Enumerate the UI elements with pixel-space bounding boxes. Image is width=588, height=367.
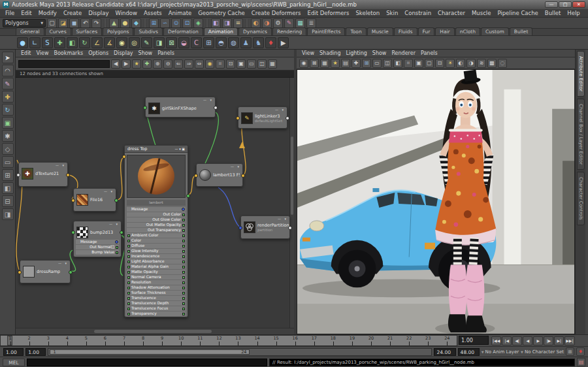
node-controls-icon[interactable]: — ▾ xyxy=(56,163,65,167)
select-camera-icon[interactable]: ◉ xyxy=(299,59,308,68)
cluster-icon[interactable]: C xyxy=(191,37,202,48)
message-port[interactable] xyxy=(115,240,118,244)
node-file16[interactable]: — ▾ File16 xyxy=(73,188,116,212)
timeline-tick-16[interactable]: 16 xyxy=(286,336,304,345)
graph-back-icon[interactable]: ◀ xyxy=(111,59,120,69)
input-port[interactable] xyxy=(127,276,130,279)
input-port[interactable] xyxy=(127,313,130,315)
timeline-tick-6[interactable]: 6 xyxy=(95,336,114,345)
go-to-start-button[interactable]: |◀◀ xyxy=(491,336,501,345)
input-port[interactable] xyxy=(16,173,20,177)
input-port[interactable] xyxy=(127,292,130,295)
menu-display[interactable]: Display xyxy=(85,10,112,16)
output-port[interactable] xyxy=(182,255,185,258)
output-port[interactable] xyxy=(182,250,185,253)
node-editor-horizontal-scrollbar[interactable] xyxy=(16,328,294,334)
node-controls-icon[interactable]: — ▾ xyxy=(231,165,240,168)
timeline-tick-9[interactable]: 9 xyxy=(153,336,172,345)
range-slider[interactable]: 1 24 xyxy=(48,348,432,356)
input-port[interactable] xyxy=(194,174,198,178)
layout-persp-graph-icon[interactable]: ⊟ xyxy=(2,195,14,207)
set-preferred-angle-icon[interactable]: ∠ xyxy=(91,37,103,48)
node-editor-menu-display[interactable]: Display xyxy=(111,50,136,56)
node-controls-icon[interactable]: — ▾ xyxy=(109,222,119,226)
output-port[interactable] xyxy=(182,281,185,284)
menu-muscle[interactable]: Muscle xyxy=(468,10,494,16)
sidebar-tab-channel-box-layer-editor[interactable]: Channel Box / Layer Editor xyxy=(577,99,585,170)
graph-downstream-icon[interactable]: ⇒ xyxy=(184,59,193,69)
attribute-row-translucence[interactable]: Translucence xyxy=(127,296,186,300)
node-editor-menu-view[interactable]: View xyxy=(34,50,52,56)
menu-file[interactable]: File xyxy=(2,10,18,16)
viewport-menu-show[interactable]: Show xyxy=(370,50,389,56)
input-port[interactable] xyxy=(127,250,130,253)
output-port[interactable] xyxy=(120,231,123,234)
create-node-icon[interactable]: ✚ xyxy=(142,59,152,69)
attribute-row-shadow-attenuation[interactable]: Shadow Attenuation xyxy=(127,285,186,290)
file-save-icon[interactable]: ◼ xyxy=(69,18,79,28)
node-controls-icon[interactable]: — ▾ xyxy=(58,261,68,265)
range-slider-bar[interactable]: 1 24 xyxy=(50,349,250,355)
menu-modify[interactable]: Modify xyxy=(35,10,60,16)
output-port[interactable] xyxy=(182,266,185,268)
insert-joint-icon[interactable]: ✚ xyxy=(54,37,65,48)
frame-selection-icon[interactable]: ▣ xyxy=(237,59,246,69)
mirror-joint-icon[interactable]: ◧ xyxy=(67,37,78,48)
go-to-end-button[interactable]: ▶▶| xyxy=(564,336,574,345)
playback-end-field[interactable]: 24.00 xyxy=(434,348,455,356)
camera-attributes-icon[interactable]: ▦ xyxy=(320,59,329,68)
display-full-icon[interactable]: ▦ xyxy=(268,59,277,69)
command-language-toggle[interactable]: MEL xyxy=(3,359,25,366)
timeline-tick-14[interactable]: 14 xyxy=(248,336,267,345)
node-lambert13-fsg[interactable]: — ▾ lambert13 FSG xyxy=(196,163,243,187)
render-settings-icon[interactable]: ⚙ xyxy=(273,18,283,28)
node-controls-icon[interactable]: — ▾ xyxy=(203,98,213,102)
paint-select-tool-icon[interactable]: ✎ xyxy=(2,78,14,89)
material-swatch[interactable] xyxy=(127,155,186,198)
bookmark-icon[interactable]: ★ xyxy=(132,59,141,69)
sidebar-tab-character-controls[interactable]: Character Controls xyxy=(577,172,585,225)
timeline-tick-24[interactable]: 24 xyxy=(438,336,457,345)
attribute-row-matte-opacity[interactable]: Matte Opacity xyxy=(127,270,186,274)
ambient-occlusion-icon[interactable]: ◑ xyxy=(466,59,476,68)
2d-pan-zoom-icon[interactable]: ✚ xyxy=(351,59,361,68)
layout-four-pane-icon[interactable]: ⊞ xyxy=(2,169,14,181)
output-port[interactable] xyxy=(182,219,185,221)
viewport-menu-panels[interactable]: Panels xyxy=(418,50,440,56)
attribute-row-message[interactable]: Message xyxy=(76,240,119,244)
shelf-tab-custom[interactable]: Custom xyxy=(481,27,509,35)
hik-control-rig-icon[interactable]: ♞ xyxy=(253,37,264,48)
minimize-button[interactable]: — xyxy=(545,1,558,8)
universal-manipulator-icon[interactable]: ✱ xyxy=(2,130,14,142)
graph-upstream-icon[interactable]: ⇐ xyxy=(174,59,183,69)
set-key-icon[interactable]: ♦ xyxy=(265,37,276,48)
play-forwards-button[interactable]: ▶ xyxy=(533,336,543,345)
shelf-tab-toon[interactable]: Toon xyxy=(346,27,366,35)
image-plane-icon[interactable]: ▤ xyxy=(341,59,350,68)
frame-all-icon[interactable]: ⊡ xyxy=(435,59,444,68)
input-port[interactable] xyxy=(18,270,22,274)
bind-skin-icon[interactable]: ◉ xyxy=(116,37,127,48)
menu-assets[interactable]: Assets xyxy=(140,10,165,16)
mirror-skin-weights-icon[interactable]: ◨ xyxy=(154,37,165,48)
shelf-tab-surfaces[interactable]: Surfaces xyxy=(72,27,102,35)
output-port[interactable] xyxy=(186,194,190,198)
input-connections-icon[interactable]: ◧ xyxy=(211,18,221,28)
last-tool-icon[interactable]: ◇ xyxy=(2,143,14,155)
timeline-tick-10[interactable]: 10 xyxy=(172,336,191,345)
add-to-graph-icon[interactable]: ⊕ xyxy=(153,59,162,69)
timeline-tick-20[interactable]: 20 xyxy=(361,336,380,345)
node-editor-vertical-scrollbar[interactable] xyxy=(289,78,294,328)
output-port[interactable] xyxy=(182,313,185,315)
node-bump2d13[interactable]: — ▾ bump2d13 MessageOut Normal[]Bump Val… xyxy=(73,221,122,257)
rotate-tool-icon[interactable]: ↻ xyxy=(2,104,14,116)
menu-create[interactable]: Create xyxy=(60,10,85,16)
input-port[interactable] xyxy=(122,155,126,159)
attribute-row-normal-camera[interactable]: Normal Camera xyxy=(127,275,186,279)
attribute-row-out-glow-color[interactable]: Out Glow Color xyxy=(127,217,186,222)
layout-single-pane-icon[interactable]: ▭ xyxy=(2,156,14,168)
attribute-row-material-alpha-gain[interactable]: Material Alpha Gain xyxy=(127,264,186,269)
shelf-tab-muscle[interactable]: Muscle xyxy=(367,27,393,35)
attribute-row-color[interactable]: Color xyxy=(127,238,186,243)
shelf-tab-animation[interactable]: Animation xyxy=(204,27,238,35)
